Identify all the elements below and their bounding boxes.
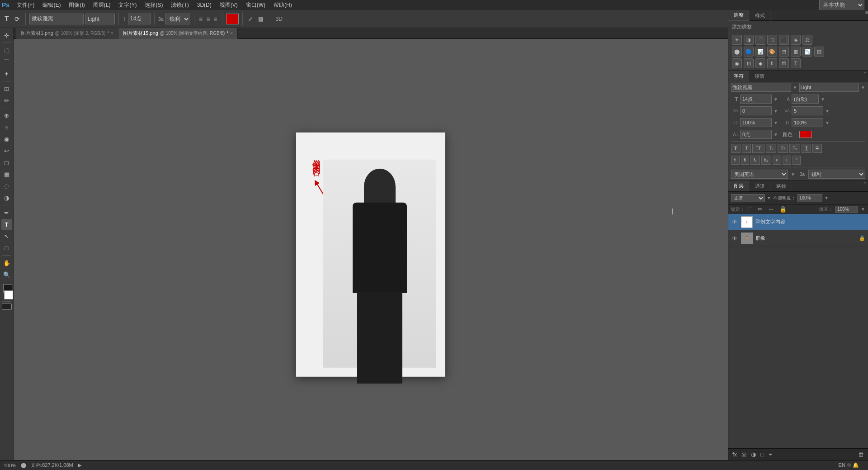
char-font-style[interactable] [799, 83, 859, 92]
layer-item-image[interactable]: 👁 🧍 群象 🔒 [728, 230, 868, 247]
char-color-swatch[interactable] [799, 131, 812, 138]
levels-icon[interactable]: ◑ [744, 35, 754, 45]
zoom-tool[interactable]: 🔍 [1, 269, 12, 280]
fill-input[interactable]: 100% [835, 206, 858, 213]
font-style-input[interactable]: Light [85, 14, 115, 24]
char-font-name[interactable] [731, 83, 791, 92]
clone-tool[interactable]: ◉ [1, 133, 12, 144]
discret-button[interactable]: ⁰ [793, 156, 801, 165]
shape-tool[interactable]: □ [1, 242, 12, 253]
tab-channels[interactable]: 通道 [750, 180, 771, 191]
menu-view[interactable]: 视图(V) [216, 0, 241, 10]
menu-select[interactable]: 选择(S) [141, 0, 166, 10]
options-button[interactable]: ▤ [256, 15, 265, 23]
workspace-selector[interactable]: 基本功能 [819, 0, 864, 10]
color-lookup-icon[interactable]: 🎨 [767, 47, 777, 57]
text-cursor-indicator[interactable]: I [671, 207, 674, 217]
menu-window[interactable]: 窗口(W) [242, 0, 269, 10]
contextual-button[interactable]: T [783, 156, 792, 165]
delete-layer-button[interactable]: 🗑 [857, 451, 865, 458]
photo-filter-icon[interactable]: 🔵 [744, 47, 754, 57]
posterize-icon[interactable]: ▦ [791, 47, 801, 57]
status-arrow[interactable]: ▶ [78, 462, 81, 468]
dodge-tool[interactable]: ◑ [1, 192, 12, 203]
liga-button[interactable]: ﬁ [741, 156, 750, 165]
char-panel-expand[interactable]: ≡ [863, 71, 866, 81]
new-layer-button[interactable]: + [767, 451, 774, 458]
eyedropper-tool[interactable]: ✏ [1, 95, 12, 106]
lock-position-btn[interactable]: ↔ [767, 206, 775, 213]
add-mask-button[interactable]: ◎ [740, 451, 748, 458]
align-left-button[interactable]: ≡ [198, 14, 203, 24]
menu-image[interactable]: 图像(I) [65, 0, 88, 10]
lock-all-btn[interactable]: 🔒 [778, 206, 788, 213]
extra-icon-2[interactable]: ◆ [755, 58, 765, 68]
opacity-input[interactable]: 100% [797, 194, 822, 202]
char-baseline-input[interactable]: 0点 [740, 130, 772, 139]
tab-paths[interactable]: 路径 [771, 180, 792, 191]
text-tool[interactable]: T [1, 219, 12, 230]
hsl-icon[interactable]: ◈ [791, 35, 801, 45]
lock-image-btn[interactable]: ✏ [756, 206, 764, 213]
warp-text-button[interactable]: ⤢ [246, 15, 255, 23]
eraser-tool[interactable]: ◻ [1, 157, 12, 168]
super-button[interactable]: T¹ [778, 144, 788, 153]
selective-color-icon[interactable]: ◉ [732, 58, 742, 68]
char-size-input[interactable] [740, 95, 772, 104]
blur-tool[interactable]: ◌ [1, 180, 12, 191]
lasso-tool[interactable]: ⌒ [1, 57, 12, 67]
path-select-tool[interactable]: ↖ [1, 231, 12, 242]
swash-button[interactable]: fᵢ₂ [761, 156, 772, 165]
tab-character[interactable]: 字符 [728, 71, 749, 81]
hand-tool[interactable]: ✋ [1, 257, 12, 268]
pen-tool[interactable]: ✒ [1, 207, 12, 218]
gradient-map-icon[interactable]: ▤ [814, 47, 824, 57]
allcaps-button[interactable]: TT [752, 144, 764, 153]
invert-icon[interactable]: ⊟ [779, 47, 789, 57]
menu-edit[interactable]: 编辑(E) [39, 0, 64, 10]
titling-button[interactable]: ¹⁄ [773, 156, 781, 165]
menu-layer[interactable]: 图层(L) [90, 0, 114, 10]
tab-paragraph[interactable]: 段落 [749, 71, 770, 81]
anti-alias-select[interactable]: 锐利 [165, 14, 190, 24]
char-kern-input[interactable] [740, 106, 772, 115]
bw-icon[interactable]: ⬤ [732, 47, 742, 57]
channel-mixer-icon[interactable]: 📊 [755, 47, 765, 57]
menu-filter[interactable]: 滤镜(T) [167, 0, 192, 10]
brightness-contrast-icon[interactable]: ☀ [732, 35, 742, 45]
group-button[interactable]: □ [759, 451, 765, 458]
menu-file[interactable]: 文件(F) [13, 0, 38, 10]
quick-mask-btn[interactable] [2, 304, 12, 310]
char-leading-input[interactable] [792, 95, 819, 104]
char-track-input[interactable] [792, 106, 823, 115]
char-vscale-input[interactable]: 100% [740, 118, 772, 127]
selection-tool[interactable]: ⬚ [1, 45, 12, 56]
adjustment-layer-button[interactable]: ◑ [750, 451, 757, 458]
bold-button[interactable]: T [731, 144, 741, 153]
gradient-tool[interactable]: ▦ [1, 169, 12, 180]
layer-visibility-text[interactable]: 👁 [731, 218, 738, 226]
extra-icon-3[interactable]: fi [767, 58, 777, 68]
extra-icon-1[interactable]: ⊡ [744, 58, 754, 68]
tab-close-2[interactable]: × [230, 31, 233, 36]
exposure-icon[interactable]: ◻ [767, 35, 777, 45]
italic-button[interactable]: T [742, 144, 751, 153]
tab-file2[interactable]: 图片素材15.png @ 100% (举例文字内容, RGB/8) * × [118, 28, 238, 39]
vibrance-icon[interactable]: ⬛ [779, 35, 789, 45]
layer-item-text[interactable]: 👁 T 举例文字内容 [728, 214, 868, 230]
char-language-select[interactable]: 美国英语 [731, 170, 788, 179]
brush-tool[interactable]: ⌂ [1, 122, 12, 133]
spot-heal-tool[interactable]: ⊕ [1, 110, 12, 121]
canvas-text-content[interactable]: 举例文字内容 [311, 152, 321, 163]
fx-button[interactable]: fx [731, 451, 738, 458]
background-color[interactable] [4, 290, 13, 299]
lock-transparent-btn[interactable]: □ [747, 206, 754, 213]
tab-file1[interactable]: 图片素材1.png @ 100% (矩形 2, RGB/8) * × [16, 28, 118, 39]
char-hscale-input[interactable]: 100% [792, 118, 823, 127]
tab-close-1[interactable]: × [111, 31, 113, 36]
menu-help[interactable]: 帮助(H) [270, 0, 296, 10]
blend-mode-select[interactable]: 正常 [731, 194, 765, 202]
font-size-input[interactable]: 14点 [128, 14, 151, 24]
color-balance-icon[interactable]: ⚖ [802, 35, 812, 45]
menu-text[interactable]: 文字(Y) [115, 0, 140, 10]
